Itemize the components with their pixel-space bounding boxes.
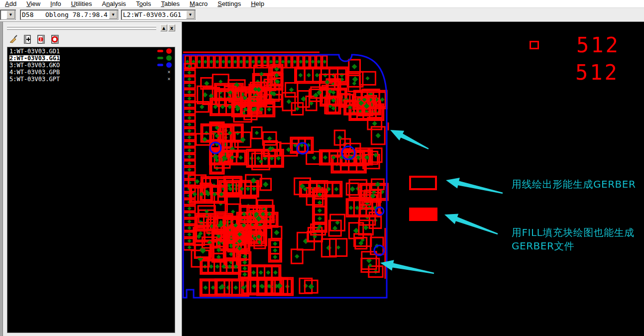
quick-combo[interactable]: ▼ [0, 9, 16, 20]
menu-item-tables[interactable]: Tables [156, 0, 185, 8]
layer-color-icon[interactable] [166, 55, 172, 61]
layer-color-icon[interactable] [166, 48, 172, 54]
menu-item-view[interactable]: View [21, 0, 45, 8]
chevron-down-icon[interactable]: ▼ [186, 10, 195, 19]
dock-strip [0, 22, 3, 336]
menu-item-help[interactable]: Help [246, 0, 269, 8]
toolbar: ▼ D58 Oblong 78.7:98.4 ▼ L2:WT-03V03.GG1… [0, 8, 644, 22]
chevron-down-icon[interactable]: ▼ [6, 10, 15, 19]
layer-draw-mode-icon[interactable] [157, 64, 163, 66]
layer-color-icon[interactable] [166, 62, 172, 68]
line-drawn-rectangle [409, 176, 437, 190]
layer-draw-mode-icon[interactable] [157, 57, 163, 59]
menu-item-info[interactable]: Info [45, 0, 66, 8]
menu-item-analysis[interactable]: Analysis [97, 0, 131, 8]
layer-row[interactable]: 2:WT-03V03.GG1 [7, 55, 175, 61]
layer-list: 1:WT-03V03.GD12:WT-03V03.GG13:WT-03V03.G… [7, 47, 175, 333]
broom-icon[interactable] [8, 34, 19, 45]
dcode-512-label-1: 512 [576, 36, 620, 55]
layer-off-icon[interactable]: × [166, 69, 172, 75]
window-red-ring-icon[interactable] [50, 34, 61, 45]
fill-drawn-rectangle [409, 208, 437, 221]
layer-row[interactable]: 4:WT-03V03.GPB× [7, 69, 175, 75]
layer-label: 2:WT-03V03.GG1 [9, 55, 60, 61]
layer-row[interactable]: 1:WT-03V03.GD1 [7, 48, 175, 54]
panel-close-button[interactable]: x [168, 24, 175, 31]
menu-item-tools[interactable]: Tools [131, 0, 156, 8]
red-square-marker [530, 41, 539, 49]
window-red-dot-icon[interactable] [36, 34, 47, 45]
chevron-down-icon[interactable]: ▼ [109, 10, 117, 19]
active-layer-combo[interactable]: L2:WT-03V03.GG1 ▼ [121, 9, 196, 20]
layer-draw-mode-icon[interactable] [157, 50, 163, 52]
layer-label: 4:WT-03V03.GPB [9, 69, 60, 75]
note-line-gerber: 用线绘出形能生成GERBER [512, 178, 636, 190]
layers-panel: ▲ x [0, 22, 182, 336]
panel-grip[interactable] [7, 25, 156, 31]
active-layer-combo-value: L2:WT-03V03.GG1 [121, 11, 186, 18]
dcode-combo[interactable]: D58 Oblong 78.7:98.4 ▼ [20, 9, 118, 20]
panel-minimize-button[interactable]: ▲ [160, 24, 167, 31]
note-fill-gerber-line2: GERBER文件 [512, 240, 574, 252]
dcode-512-label-2: 512 [575, 63, 619, 82]
add-window-icon[interactable] [22, 34, 33, 45]
layer-label: 1:WT-03V03.GD1 [9, 48, 60, 54]
layer-off-icon[interactable]: × [166, 76, 172, 82]
panel-icon-toolbar [8, 34, 61, 45]
layer-label: 3:WT-03V03.GKO [9, 62, 60, 68]
layer-label: 5:WT-03V03.GPT [9, 76, 60, 82]
layer-row[interactable]: 3:WT-03V03.GKO [7, 62, 175, 68]
menu-item-utilities[interactable]: Utilities [66, 0, 97, 8]
note-fill-gerber-line1: 用FILL填充块绘图也能生成 [512, 226, 635, 238]
menu-item-settings[interactable]: Settings [213, 0, 246, 8]
layer-row[interactable]: 5:WT-03V03.GPT× [7, 76, 175, 82]
menu-item-macro[interactable]: Macro [185, 0, 213, 8]
menu-bar: AddViewInfoUtilitiesAnalysisToolsTablesM… [0, 0, 644, 8]
dcode-combo-value: D58 Oblong 78.7:98.4 [20, 11, 108, 18]
menu-item-add[interactable]: Add [0, 0, 21, 8]
